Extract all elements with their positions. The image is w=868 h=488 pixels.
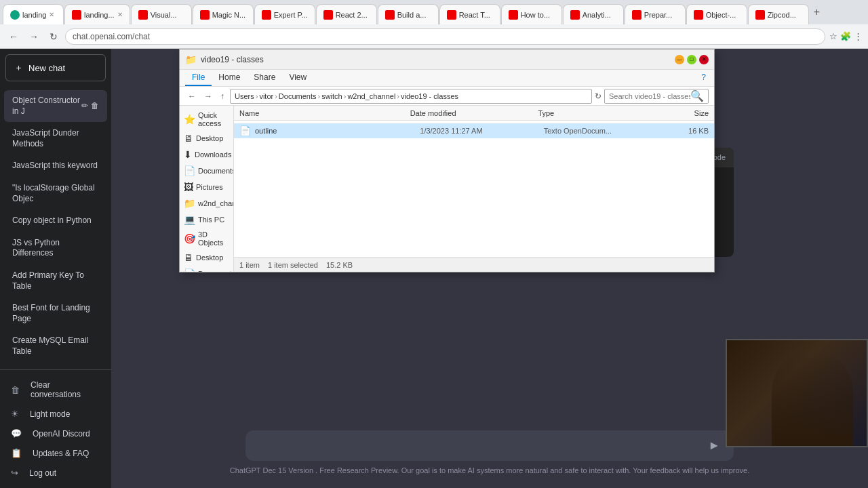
chatgpt-version-link[interactable]: ChatGPT Dec 15 Version [230, 466, 313, 474]
new-chat-button[interactable]: ＋ New chat [5, 54, 106, 81]
fe-title-text: video19 - classes [201, 55, 264, 64]
sidebar-item-best-font[interactable]: Best Font for Landing Page [4, 298, 107, 329]
fe-ribbon-tab-home[interactable]: Home [212, 70, 247, 86]
tab-label: React T... [459, 11, 490, 19]
tab-item[interactable]: Object-... [686, 4, 747, 24]
fe-sidebar-item-thispc[interactable]: 💻 This PC [180, 211, 233, 228]
fe-maximize-button[interactable]: □ [687, 55, 696, 64]
tab-item[interactable]: Prepar... [625, 4, 686, 24]
fe-path-part: Documents [279, 92, 317, 100]
extensions-icon[interactable]: 🧩 [840, 31, 851, 41]
tab-label: Expert P... [274, 11, 308, 19]
delete-icon[interactable]: 🗑 [91, 101, 99, 112]
tab-label: Object-... [706, 11, 736, 19]
sidebar-item-discord[interactable]: 💬 OpenAI Discord [5, 424, 106, 443]
tab-favicon [200, 10, 210, 20]
refresh-button[interactable]: ↻ [46, 30, 61, 43]
fe-back-button[interactable]: ← [185, 91, 199, 102]
chat-input[interactable] [255, 441, 704, 451]
fe-sidebar-item-quickaccess[interactable]: ⭐ Quick access [180, 108, 233, 130]
fe-ribbon-tab-file[interactable]: File [185, 70, 212, 86]
active-tab[interactable]: landing ✕ [3, 4, 64, 24]
tab-label: Analyti... [583, 11, 611, 19]
sidebar-item-mysql-email[interactable]: Create MySQL Email Table [4, 330, 107, 362]
fe-col-modified[interactable]: Date modified [410, 109, 538, 117]
tab-favicon [694, 10, 703, 20]
sidebar-item-primary-key[interactable]: Add Primary Key To Table [4, 265, 107, 297]
fe-help-button[interactable]: ? [698, 70, 709, 86]
fe-col-size[interactable]: Size [640, 109, 709, 117]
fe-refresh-button[interactable]: ↻ [595, 92, 601, 101]
tab-label: Visual... [151, 11, 177, 19]
forward-button[interactable]: → [26, 30, 42, 43]
tab-item[interactable]: Expert P... [254, 4, 315, 24]
nav-icons: ☆ 🧩 ⋮ [829, 31, 863, 41]
tab-item[interactable]: React T... [439, 4, 500, 24]
fe-up-button[interactable]: ↑ [218, 91, 227, 102]
tab-item[interactable]: landing... ✕ [64, 4, 130, 24]
tab-item[interactable]: Magic N... [193, 4, 254, 24]
tab-close-btn[interactable]: ✕ [117, 11, 123, 18]
fe-sidebar-label: This PC [198, 216, 224, 224]
fe-sidebar-item-desktop2[interactable]: 🖥 Desktop [180, 249, 233, 266]
fe-sidebar-item-downloads[interactable]: ⬇ Downloads [180, 146, 233, 163]
tab-item[interactable]: Zipcod... [748, 4, 809, 24]
fe-path-bar[interactable]: Users › vitor › Documents › switch › w2n… [230, 89, 592, 104]
sidebar-bottom-label: OpenAI Discord [33, 429, 90, 439]
fe-col-name[interactable]: Name [239, 109, 410, 117]
back-button[interactable]: ← [5, 30, 22, 43]
fe-file-modified: 1/3/2023 11:27 AM [420, 127, 543, 135]
new-tab-button[interactable]: + [810, 6, 824, 18]
tab-item[interactable]: Build a... [378, 4, 439, 24]
sidebar: ＋ New chat Object Constructor in J ✏ 🗑 J… [0, 49, 111, 488]
fe-sidebar-item-pictures[interactable]: 🖼 Pictures [180, 179, 233, 195]
fe-sidebar-item-documents[interactable]: 📄 Documents [180, 163, 233, 179]
fe-file-item[interactable]: 📄 outline 1/3/2023 11:27 AM Texto OpenDo… [234, 123, 714, 138]
fe-search-box[interactable]: 🔍 [604, 89, 709, 104]
sidebar-item-localstorage[interactable]: "Is localStorage Global Objec [4, 178, 107, 209]
tab-label: Magic N... [212, 11, 246, 19]
webcam-overlay [726, 339, 868, 447]
fe-forward-button[interactable]: → [201, 91, 215, 102]
tab-item[interactable]: How to... [501, 4, 562, 24]
sidebar-item-copy-python[interactable]: Copy object in Python [4, 210, 107, 232]
fe-sidebar: ⭐ Quick access 🖥 Desktop ⬇ Downloads 📄 D… [180, 106, 234, 272]
fe-sidebar-item-3dobjects[interactable]: 🎯 3D Objects [180, 228, 233, 249]
sidebar-item-logout[interactable]: ↪ Log out [5, 463, 106, 483]
fe-search-input[interactable] [609, 92, 690, 100]
fe-sidebar-item-desktop[interactable]: 🖥 Desktop [180, 130, 233, 146]
tab-item[interactable]: Visual... [131, 4, 192, 24]
fe-ribbon-tab-share[interactable]: Share [247, 70, 282, 86]
sidebar-item-js-python-diff[interactable]: JS vs Python Differences [4, 232, 107, 264]
tab-item[interactable]: React 2... [316, 4, 377, 24]
sidebar-item-clear-conversations[interactable]: 🗑 Clear conversations [5, 375, 106, 404]
fe-sidebar-item-w2nd[interactable]: 📁 w2nd_channe [180, 195, 233, 211]
settings-icon[interactable]: ⋮ [854, 31, 863, 41]
fe-close-button[interactable]: ✕ [699, 55, 709, 64]
fe-sidebar-label: Desktop [196, 134, 223, 142]
fe-status-bar: 1 item 1 item selected 15.2 KB [234, 257, 714, 272]
address-bar[interactable]: chat.openai.com/chat [65, 28, 825, 45]
sidebar-item-light-mode[interactable]: ☀ Light mode [5, 404, 106, 424]
sidebar-item-delete-emails[interactable]: DELETE emails from database [4, 363, 107, 370]
edit-icon[interactable]: ✏ [81, 101, 88, 112]
send-button[interactable]: ► [704, 437, 724, 454]
sidebar-item-this-keyword[interactable]: JavaScript this keyword [4, 155, 107, 177]
new-chat-label: New chat [28, 63, 65, 73]
tab-item[interactable]: Analyti... [563, 4, 624, 24]
fe-ribbon-tab-view[interactable]: View [282, 70, 313, 86]
sidebar-item-updates[interactable]: 📋 Updates & FAQ [5, 443, 106, 463]
sidebar-item-label: Add Primary Key To Table [12, 270, 99, 291]
logout-icon: ↪ [11, 468, 18, 478]
fe-sidebar-item-documents2[interactable]: 📄 Documents [180, 266, 233, 272]
tab-favicon [262, 10, 271, 20]
fe-col-type[interactable]: Type [538, 109, 640, 117]
tab-label: landing... [84, 11, 115, 19]
fe-file-type-icon: 📄 [239, 125, 251, 136]
tab-close-btn[interactable]: ✕ [49, 11, 54, 18]
sidebar-item-dunder-methods[interactable]: JavaScript Dunder Methods [4, 123, 107, 155]
fe-minimize-button[interactable]: — [675, 55, 684, 64]
sidebar-item-object-constructor[interactable]: Object Constructor in J ✏ 🗑 [4, 90, 107, 122]
plus-icon: ＋ [14, 62, 23, 74]
bookmark-icon[interactable]: ☆ [829, 31, 837, 41]
